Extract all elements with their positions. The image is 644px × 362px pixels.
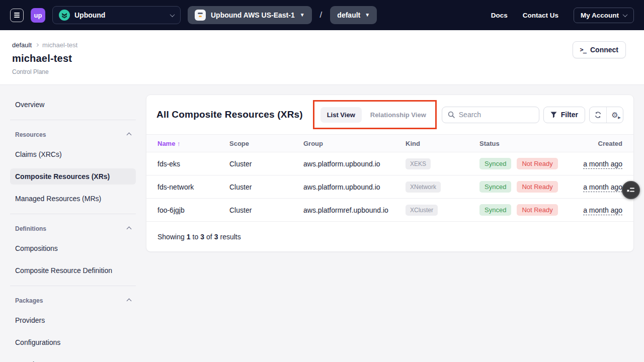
chevron-right-icon bbox=[35, 43, 39, 47]
search-icon bbox=[448, 111, 455, 118]
sidebar-item-functions[interactable]: Functions bbox=[10, 356, 136, 362]
chevron-up-icon bbox=[127, 226, 132, 231]
search-input[interactable] bbox=[459, 111, 524, 119]
sidebar-section-label: Resources bbox=[15, 131, 46, 138]
results-summary: Showing 1 to 3 of 3 results bbox=[146, 222, 633, 251]
sidebar: Overview Resources Claims (XRCs) Composi… bbox=[10, 85, 136, 362]
filter-button-label: Filter bbox=[561, 111, 578, 119]
sidebar-section-packages[interactable]: Packages bbox=[10, 294, 136, 307]
sidebar-item-compositions[interactable]: Compositions bbox=[10, 240, 136, 256]
relationship-view-tab[interactable]: Relationship View bbox=[364, 107, 433, 123]
topbar: up Upbound Upbound AWS US-East-1 ▼ / def… bbox=[0, 0, 644, 30]
filter-button[interactable]: Filter bbox=[543, 107, 585, 123]
my-account-dropdown[interactable]: My Account bbox=[574, 8, 634, 23]
page-title: michael-test bbox=[12, 53, 632, 64]
sidebar-item-overview[interactable]: Overview bbox=[10, 97, 136, 113]
terminal-icon: >_ bbox=[580, 46, 586, 53]
breadcrumb-current: michael-test bbox=[42, 41, 77, 49]
results-total: 3 bbox=[214, 233, 218, 241]
upbound-logo[interactable]: up bbox=[31, 8, 45, 23]
created-timestamp[interactable]: a month ago bbox=[583, 160, 622, 169]
status-badge-not-ready: Not Ready bbox=[517, 158, 557, 169]
hamburger-menu-button[interactable] bbox=[10, 9, 24, 22]
kind-badge: XCluster bbox=[406, 205, 438, 216]
org-selector-label: Upbound bbox=[74, 11, 105, 19]
table-row[interactable]: fds-network Cluster aws.platform.upbound… bbox=[146, 175, 633, 199]
sidebar-section-definitions[interactable]: Definitions bbox=[10, 222, 136, 235]
sidebar-item-composite-resources-xrs[interactable]: Composite Resources (XRs) bbox=[10, 168, 136, 185]
dropdown-triangle-icon: ▼ bbox=[365, 13, 370, 18]
table-row[interactable]: fds-eks Cluster aws.platform.upbound.io … bbox=[146, 152, 633, 175]
breadcrumb-parent-link[interactable]: default bbox=[12, 41, 32, 49]
column-header-group[interactable]: Group bbox=[303, 140, 406, 147]
sidebar-item-providers[interactable]: Providers bbox=[10, 312, 136, 328]
contact-us-link[interactable]: Contact Us bbox=[523, 12, 558, 19]
created-timestamp[interactable]: a month ago bbox=[583, 183, 622, 192]
control-plane-selector-label: Upbound AWS US-East-1 bbox=[211, 11, 295, 19]
group-selector-dropdown[interactable]: default ▼ bbox=[330, 6, 377, 24]
breadcrumb: default michael-test bbox=[12, 41, 632, 49]
cell-scope: Cluster bbox=[229, 206, 303, 214]
sidebar-item-claims-xrcs[interactable]: Claims (XRCs) bbox=[10, 146, 136, 162]
sidebar-item-managed-resources-mrs[interactable]: Managed Resources (MRs) bbox=[10, 191, 136, 207]
refresh-button[interactable] bbox=[590, 107, 606, 123]
column-header-scope[interactable]: Scope bbox=[229, 140, 303, 147]
results-from: 1 bbox=[187, 233, 191, 241]
created-timestamp[interactable]: a month ago bbox=[583, 206, 622, 215]
sidebar-section-label: Definitions bbox=[15, 225, 46, 232]
chevron-up-icon bbox=[127, 132, 132, 137]
status-badge-synced: Synced bbox=[479, 181, 511, 193]
sidebar-section-label: Packages bbox=[15, 297, 43, 304]
kind-badge: XEKS bbox=[406, 158, 431, 169]
table-row[interactable]: foo-6jgjb Cluster aws.platformref.upboun… bbox=[146, 199, 633, 222]
chevron-up-icon bbox=[127, 298, 132, 303]
cell-name: fds-network bbox=[157, 183, 229, 191]
card-header: All Composite Resources (XRs) List View … bbox=[146, 95, 633, 134]
sort-ascending-icon: ↑ bbox=[177, 140, 181, 147]
docs-link[interactable]: Docs bbox=[491, 12, 508, 19]
filter-funnel-icon bbox=[550, 112, 557, 118]
refresh-icon bbox=[594, 111, 602, 119]
view-toggle: List View Relationship View bbox=[317, 107, 436, 123]
page-header: default michael-test michael-test Contro… bbox=[0, 30, 644, 85]
status-badge-not-ready: Not Ready bbox=[517, 204, 557, 216]
org-selector-dropdown[interactable]: Upbound bbox=[52, 6, 181, 24]
sidebar-item-configurations[interactable]: Configurations bbox=[10, 334, 136, 350]
column-header-created[interactable]: Created bbox=[573, 140, 622, 147]
floating-widget-button[interactable] bbox=[622, 181, 640, 199]
kind-badge: XNetwork bbox=[406, 182, 441, 193]
control-plane-icon bbox=[195, 10, 206, 21]
cell-group: aws.platform.upbound.io bbox=[303, 183, 406, 191]
cell-scope: Cluster bbox=[229, 183, 303, 191]
table-actions-group: ⚙▶ bbox=[589, 107, 623, 123]
results-to: 3 bbox=[200, 233, 204, 241]
org-logo-icon bbox=[59, 10, 70, 21]
column-header-status[interactable]: Status bbox=[479, 140, 573, 147]
auto-refresh-settings-button[interactable]: ⚙▶ bbox=[606, 107, 623, 123]
sidebar-item-composite-resource-definition[interactable]: Composite Resource Definition bbox=[10, 262, 136, 279]
control-plane-selector-dropdown[interactable]: Upbound AWS US-East-1 ▼ bbox=[188, 6, 312, 24]
page-subtitle: Control Plane bbox=[12, 68, 632, 75]
column-header-name[interactable]: Name ↑ bbox=[157, 140, 229, 147]
cell-name: fds-eks bbox=[157, 160, 229, 168]
group-selector-label: default bbox=[337, 11, 360, 19]
search-box bbox=[442, 107, 539, 123]
card-title: All Composite Resources (XRs) bbox=[156, 109, 303, 120]
composite-resources-card: All Composite Resources (XRs) List View … bbox=[146, 95, 634, 252]
cell-scope: Cluster bbox=[229, 160, 303, 168]
play-icon: ▶ bbox=[618, 116, 620, 119]
connect-button[interactable]: >_ Connect bbox=[573, 41, 626, 58]
divider bbox=[10, 286, 136, 286]
divider bbox=[10, 214, 136, 214]
status-badge-synced: Synced bbox=[479, 204, 511, 216]
column-header-kind[interactable]: Kind bbox=[406, 140, 479, 147]
chevron-down-icon bbox=[170, 12, 175, 17]
list-view-tab[interactable]: List View bbox=[320, 107, 362, 123]
sidebar-section-resources[interactable]: Resources bbox=[10, 128, 136, 141]
status-badge-synced: Synced bbox=[479, 158, 511, 169]
path-separator: / bbox=[320, 10, 323, 20]
cell-group: aws.platform.upbound.io bbox=[303, 160, 406, 168]
connect-button-label: Connect bbox=[590, 46, 618, 54]
hamburger-icon bbox=[14, 13, 20, 14]
divider bbox=[10, 120, 136, 120]
